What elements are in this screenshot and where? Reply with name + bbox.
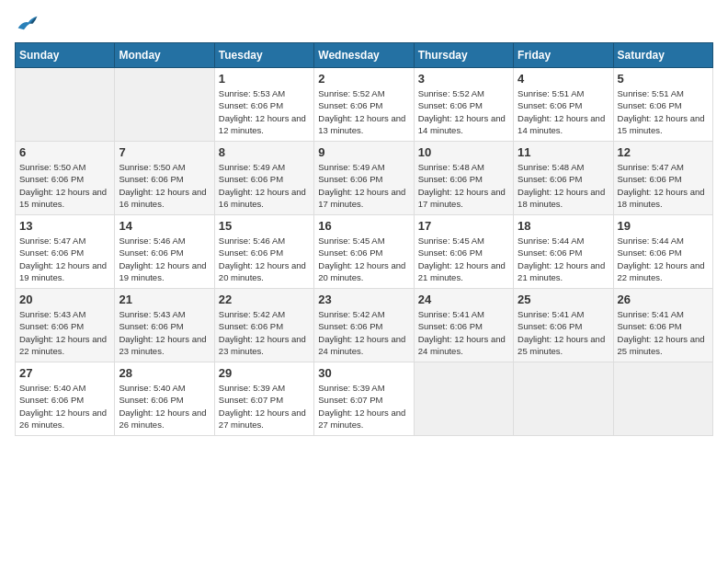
day-number: 17 xyxy=(418,219,509,233)
day-info: Sunrise: 5:42 AM Sunset: 6:06 PM Dayligh… xyxy=(219,308,310,357)
calendar-cell xyxy=(16,68,115,142)
day-info: Sunrise: 5:40 AM Sunset: 6:06 PM Dayligh… xyxy=(119,382,210,431)
calendar-cell: 10Sunrise: 5:48 AM Sunset: 6:06 PM Dayli… xyxy=(414,142,513,215)
page-header xyxy=(15,15,713,31)
day-number: 20 xyxy=(19,293,110,306)
calendar-cell: 5Sunrise: 5:51 AM Sunset: 6:06 PM Daylig… xyxy=(613,68,712,142)
day-number: 6 xyxy=(19,145,110,159)
calendar-cell: 18Sunrise: 5:44 AM Sunset: 6:06 PM Dayli… xyxy=(514,215,613,289)
calendar-cell: 14Sunrise: 5:46 AM Sunset: 6:06 PM Dayli… xyxy=(115,215,214,289)
day-info: Sunrise: 5:47 AM Sunset: 6:06 PM Dayligh… xyxy=(19,235,110,283)
day-info: Sunrise: 5:39 AM Sunset: 6:07 PM Dayligh… xyxy=(318,382,409,431)
weekday-header-sunday: Sunday xyxy=(16,43,115,68)
calendar-week-5: 27Sunrise: 5:40 AM Sunset: 6:06 PM Dayli… xyxy=(16,362,713,436)
day-number: 18 xyxy=(518,219,609,233)
weekday-header-saturday: Saturday xyxy=(613,43,712,68)
calendar-cell: 1Sunrise: 5:53 AM Sunset: 6:06 PM Daylig… xyxy=(214,68,313,142)
weekday-header-monday: Monday xyxy=(115,43,214,68)
weekday-header-thursday: Thursday xyxy=(414,43,513,68)
day-info: Sunrise: 5:45 AM Sunset: 6:06 PM Dayligh… xyxy=(418,235,509,283)
day-info: Sunrise: 5:51 AM Sunset: 6:06 PM Dayligh… xyxy=(618,87,709,136)
day-info: Sunrise: 5:52 AM Sunset: 6:06 PM Dayligh… xyxy=(418,87,509,136)
day-info: Sunrise: 5:41 AM Sunset: 6:06 PM Dayligh… xyxy=(518,308,609,357)
day-info: Sunrise: 5:39 AM Sunset: 6:07 PM Dayligh… xyxy=(219,382,310,431)
day-info: Sunrise: 5:52 AM Sunset: 6:06 PM Dayligh… xyxy=(318,87,409,136)
day-number: 2 xyxy=(318,72,409,86)
day-info: Sunrise: 5:46 AM Sunset: 6:06 PM Dayligh… xyxy=(119,235,210,283)
calendar-week-3: 13Sunrise: 5:47 AM Sunset: 6:06 PM Dayli… xyxy=(16,215,713,289)
day-info: Sunrise: 5:42 AM Sunset: 6:06 PM Dayligh… xyxy=(318,308,409,357)
calendar-cell: 24Sunrise: 5:41 AM Sunset: 6:06 PM Dayli… xyxy=(414,289,513,362)
day-info: Sunrise: 5:41 AM Sunset: 6:06 PM Dayligh… xyxy=(618,308,709,357)
calendar-cell: 26Sunrise: 5:41 AM Sunset: 6:06 PM Dayli… xyxy=(613,289,712,362)
day-number: 26 xyxy=(618,293,709,306)
day-number: 14 xyxy=(119,219,210,233)
day-info: Sunrise: 5:50 AM Sunset: 6:06 PM Dayligh… xyxy=(19,161,110,210)
day-info: Sunrise: 5:45 AM Sunset: 6:06 PM Dayligh… xyxy=(318,235,409,283)
calendar-cell: 27Sunrise: 5:40 AM Sunset: 6:06 PM Dayli… xyxy=(16,362,115,436)
calendar-cell: 21Sunrise: 5:43 AM Sunset: 6:06 PM Dayli… xyxy=(115,289,214,362)
day-number: 27 xyxy=(19,366,110,380)
day-info: Sunrise: 5:49 AM Sunset: 6:06 PM Dayligh… xyxy=(318,161,409,210)
day-number: 3 xyxy=(418,72,509,86)
calendar-cell: 28Sunrise: 5:40 AM Sunset: 6:06 PM Dayli… xyxy=(115,362,214,436)
calendar-cell: 30Sunrise: 5:39 AM Sunset: 6:07 PM Dayli… xyxy=(314,362,414,436)
day-number: 7 xyxy=(119,145,210,159)
calendar-cell xyxy=(514,362,613,436)
weekday-header-wednesday: Wednesday xyxy=(314,43,414,68)
calendar-cell: 19Sunrise: 5:44 AM Sunset: 6:06 PM Dayli… xyxy=(613,215,712,289)
day-info: Sunrise: 5:41 AM Sunset: 6:06 PM Dayligh… xyxy=(418,308,509,357)
day-info: Sunrise: 5:43 AM Sunset: 6:06 PM Dayligh… xyxy=(19,308,110,357)
day-info: Sunrise: 5:53 AM Sunset: 6:06 PM Dayligh… xyxy=(219,87,310,136)
weekday-header-tuesday: Tuesday xyxy=(214,43,313,68)
logo xyxy=(15,15,39,31)
day-number: 21 xyxy=(119,293,210,306)
day-number: 10 xyxy=(418,145,509,159)
calendar-cell: 25Sunrise: 5:41 AM Sunset: 6:06 PM Dayli… xyxy=(514,289,613,362)
day-number: 11 xyxy=(518,145,609,159)
calendar-cell: 7Sunrise: 5:50 AM Sunset: 6:06 PM Daylig… xyxy=(115,142,214,215)
day-number: 29 xyxy=(219,366,310,380)
calendar-cell: 4Sunrise: 5:51 AM Sunset: 6:06 PM Daylig… xyxy=(514,68,613,142)
calendar-cell xyxy=(115,68,214,142)
calendar-table: SundayMondayTuesdayWednesdayThursdayFrid… xyxy=(15,42,713,436)
day-info: Sunrise: 5:49 AM Sunset: 6:06 PM Dayligh… xyxy=(219,161,310,210)
day-info: Sunrise: 5:40 AM Sunset: 6:06 PM Dayligh… xyxy=(19,382,110,431)
calendar-cell: 13Sunrise: 5:47 AM Sunset: 6:06 PM Dayli… xyxy=(16,215,115,289)
day-number: 13 xyxy=(19,219,110,233)
day-number: 15 xyxy=(219,219,310,233)
calendar-cell: 11Sunrise: 5:48 AM Sunset: 6:06 PM Dayli… xyxy=(514,142,613,215)
day-info: Sunrise: 5:44 AM Sunset: 6:06 PM Dayligh… xyxy=(518,235,609,283)
day-number: 5 xyxy=(618,72,709,86)
calendar-cell: 20Sunrise: 5:43 AM Sunset: 6:06 PM Dayli… xyxy=(16,289,115,362)
day-number: 23 xyxy=(318,293,409,306)
calendar-cell: 6Sunrise: 5:50 AM Sunset: 6:06 PM Daylig… xyxy=(16,142,115,215)
day-number: 8 xyxy=(219,145,310,159)
calendar-week-1: 1Sunrise: 5:53 AM Sunset: 6:06 PM Daylig… xyxy=(16,68,713,142)
day-number: 9 xyxy=(318,145,409,159)
day-info: Sunrise: 5:43 AM Sunset: 6:06 PM Dayligh… xyxy=(119,308,210,357)
day-number: 12 xyxy=(618,145,709,159)
day-number: 22 xyxy=(219,293,310,306)
weekday-header-row: SundayMondayTuesdayWednesdayThursdayFrid… xyxy=(16,43,713,68)
day-number: 25 xyxy=(518,293,609,306)
calendar-cell: 8Sunrise: 5:49 AM Sunset: 6:06 PM Daylig… xyxy=(214,142,313,215)
calendar-cell: 2Sunrise: 5:52 AM Sunset: 6:06 PM Daylig… xyxy=(314,68,414,142)
day-info: Sunrise: 5:47 AM Sunset: 6:06 PM Dayligh… xyxy=(618,161,709,210)
calendar-cell: 17Sunrise: 5:45 AM Sunset: 6:06 PM Dayli… xyxy=(414,215,513,289)
day-info: Sunrise: 5:48 AM Sunset: 6:06 PM Dayligh… xyxy=(518,161,609,210)
calendar-cell: 29Sunrise: 5:39 AM Sunset: 6:07 PM Dayli… xyxy=(214,362,313,436)
day-number: 30 xyxy=(318,366,409,380)
day-number: 16 xyxy=(318,219,409,233)
day-number: 1 xyxy=(219,72,310,86)
day-number: 24 xyxy=(418,293,509,306)
calendar-cell xyxy=(613,362,712,436)
calendar-cell: 16Sunrise: 5:45 AM Sunset: 6:06 PM Dayli… xyxy=(314,215,414,289)
day-number: 28 xyxy=(119,366,210,380)
calendar-cell: 23Sunrise: 5:42 AM Sunset: 6:06 PM Dayli… xyxy=(314,289,414,362)
logo-bird-icon xyxy=(17,15,39,31)
calendar-week-2: 6Sunrise: 5:50 AM Sunset: 6:06 PM Daylig… xyxy=(16,142,713,215)
day-info: Sunrise: 5:44 AM Sunset: 6:06 PM Dayligh… xyxy=(618,235,709,283)
day-number: 4 xyxy=(518,72,609,86)
day-number: 19 xyxy=(618,219,709,233)
